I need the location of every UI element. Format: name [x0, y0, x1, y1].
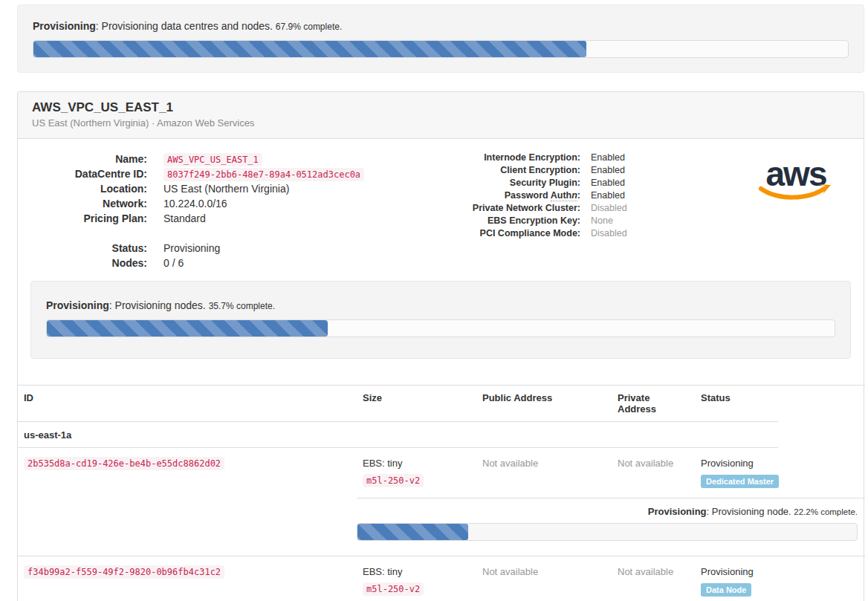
detail-value: 8037f249-2bb6-48e7-89a4-0512ad3cec0a	[163, 166, 364, 181]
node-status-cell: Provisioning Data Node	[695, 556, 778, 601]
detail-row-network: Network: 10.224.0.0/16	[32, 196, 381, 211]
node-status-text: Provisioning	[701, 566, 772, 577]
column-header-id: ID	[18, 386, 357, 422]
node-id-chip: f34b99a2-f559-49f2-9820-0b96fb4c31c2	[24, 565, 224, 579]
node-progress-title: Provisioning	[648, 506, 707, 517]
detail-value: US East (Northern Virginia)	[163, 181, 289, 196]
node-progress-percent: 22.2% complete.	[794, 507, 858, 516]
detail-row-private-network-cluster: Private Network Cluster: Disabled	[470, 202, 701, 215]
node-size-code-chip: m5l-250-v2	[363, 474, 424, 487]
provisioning-banner-title: Provisioning	[33, 20, 96, 32]
detail-value: Disabled	[591, 227, 627, 240]
cluster-progress-track	[33, 40, 849, 58]
page: Provisioning: Provisioning data centres …	[0, 0, 868, 601]
cluster-progress-bar	[33, 41, 586, 57]
detail-row-password-authn: Password Authn: Enabled	[470, 189, 701, 202]
details-right: Internode Encryption: Enabled Client Enc…	[470, 152, 701, 270]
detail-value: Enabled	[591, 164, 625, 177]
detail-value: Enabled	[591, 152, 625, 164]
panel-progress-text: Provisioning: Provisioning nodes. 35.7% …	[46, 299, 835, 311]
node-row: 2b535d8a-cd19-426e-be4b-e55dc8862d02 EBS…	[18, 448, 865, 498]
detail-value: Standard	[163, 211, 206, 226]
detail-label: Private Network Cluster:	[470, 202, 580, 215]
detail-row-client-encryption: Client Encryption: Enabled	[470, 164, 701, 177]
detail-row-status: Status: Provisioning	[32, 241, 381, 256]
cluster-name-chip: AWS_VPC_US_EAST_1	[163, 153, 262, 166]
datacentre-id-chip: 8037f249-2bb6-48e7-89a4-0512ad3cec0a	[163, 168, 364, 181]
detail-value: Enabled	[591, 189, 625, 202]
column-header-filler	[778, 386, 865, 422]
detail-row-location: Location: US East (Northern Virginia)	[32, 181, 381, 196]
node-size-cell: EBS: tiny m5l-250-v2	[357, 448, 476, 498]
rack-group-label: us-east-1a	[18, 422, 778, 448]
detail-value: None	[591, 215, 613, 227]
node-id-cell: 2b535d8a-cd19-426e-be4b-e55dc8862d02	[18, 448, 357, 498]
detail-label: Nodes:	[32, 256, 147, 270]
node-provisioning-panel: Provisioning: Provisioning nodes. 35.7% …	[30, 281, 851, 359]
panel-progress-bar	[47, 320, 328, 337]
node-size-cell: EBS: tiny m5l-250-v2	[357, 556, 476, 601]
detail-label: Password Authn:	[470, 189, 580, 202]
password-authn-colon: :	[577, 190, 580, 201]
cluster-title: AWS_VPC_US_EAST_1	[32, 100, 849, 115]
node-progress-spacer	[18, 498, 357, 556]
authn-abbr-italic: n	[571, 190, 577, 201]
detail-label: EBS Encryption Key:	[470, 215, 580, 227]
node-progress-row: Provisioning: Provisioning node. 22.2% c…	[18, 498, 865, 556]
panel-progress-percent: 35.7% complete.	[209, 301, 275, 311]
node-row-right: EBS: tiny m5l-250-v2 Not available Not a…	[357, 448, 865, 498]
rack-group-row: us-east-1a	[18, 422, 865, 448]
node-private-address: Not available	[612, 448, 695, 498]
provisioning-banner-text: Provisioning: Provisioning data centres …	[33, 20, 849, 32]
node-status-text: Provisioning	[701, 458, 772, 469]
panel-progress-track	[46, 319, 835, 337]
node-row: f34b99a2-f559-49f2-9820-0b96fb4c31c2 EBS…	[18, 556, 865, 601]
authn-abbreviation: Authn	[551, 190, 577, 201]
node-row-right: EBS: tiny m5l-250-v2 Not available Not a…	[357, 556, 865, 601]
column-header-public-address: Public Address	[476, 386, 612, 422]
detail-value: 0 / 6	[163, 256, 184, 270]
column-header-status: Status	[695, 386, 778, 422]
cluster-card: AWS_VPC_US_EAST_1 US East (Northern Virg…	[17, 91, 864, 601]
provisioning-banner-message: : Provisioning data centres and nodes.	[96, 20, 276, 32]
node-role-badge: Dedicated Master	[701, 475, 779, 488]
detail-row-pci-compliance-mode: PCI Compliance Mode: Disabled	[470, 227, 701, 240]
detail-label: Pricing Plan:	[32, 211, 147, 226]
detail-label: Internode Encryption:	[470, 152, 580, 164]
node-role-badge: Data Node	[701, 583, 751, 597]
detail-value: Enabled	[591, 177, 625, 189]
detail-label: PCI Compliance Mode:	[470, 227, 580, 240]
node-status-cell: Provisioning Dedicated Master	[695, 448, 778, 498]
panel-progress-message: : Provisioning nodes.	[109, 299, 209, 311]
nodes-table: ID Size Public Address Private Address S…	[18, 385, 865, 601]
detail-row-pricing-plan: Pricing Plan: Standard	[32, 211, 381, 226]
node-id-cell: f34b99a2-f559-49f2-9820-0b96fb4c31c2	[18, 556, 357, 601]
detail-row-datacentre-id: DataCentre ID: 8037f249-2bb6-48e7-89a4-0…	[32, 166, 381, 181]
node-size-type: EBS: tiny	[363, 458, 470, 469]
aws-logo-icon: aws	[756, 155, 836, 204]
detail-row-nodes: Nodes: 0 / 6	[32, 256, 381, 270]
node-progress-message: : Provisioning node.	[707, 506, 794, 517]
detail-label: Status:	[32, 241, 147, 256]
aws-logo-text: aws	[766, 155, 826, 193]
detail-label: Security Plugin:	[470, 177, 580, 189]
detail-label: DataCentre ID:	[32, 166, 147, 181]
column-header-private-address: Private Address	[612, 386, 695, 422]
details-left: Name: AWS_VPC_US_EAST_1 DataCentre ID: 8…	[32, 152, 381, 270]
details-section: Name: AWS_VPC_US_EAST_1 DataCentre ID: 8…	[18, 139, 864, 270]
node-progress-track	[357, 523, 858, 541]
aws-logo: aws	[756, 155, 836, 270]
detail-row-ebs-encryption-key: EBS Encryption Key: None	[470, 215, 701, 227]
detail-row-internode-encryption: Internode Encryption: Enabled	[470, 152, 701, 164]
node-size-code-chip: m5l-250-v2	[363, 582, 424, 596]
provisioning-banner-percent: 67.9% complete.	[276, 22, 342, 32]
node-progress-bar	[357, 524, 468, 540]
detail-value: 10.224.0.0/16	[163, 196, 227, 211]
node-filler-cell	[778, 448, 865, 498]
detail-label: Client Encryption:	[470, 164, 580, 177]
detail-value: Provisioning	[163, 241, 220, 256]
node-private-address: Not available	[612, 556, 695, 601]
node-filler-cell	[778, 556, 865, 601]
cluster-subtitle: US East (Northern Virginia) · Amazon Web…	[32, 117, 849, 129]
detail-label: Name:	[32, 152, 147, 166]
